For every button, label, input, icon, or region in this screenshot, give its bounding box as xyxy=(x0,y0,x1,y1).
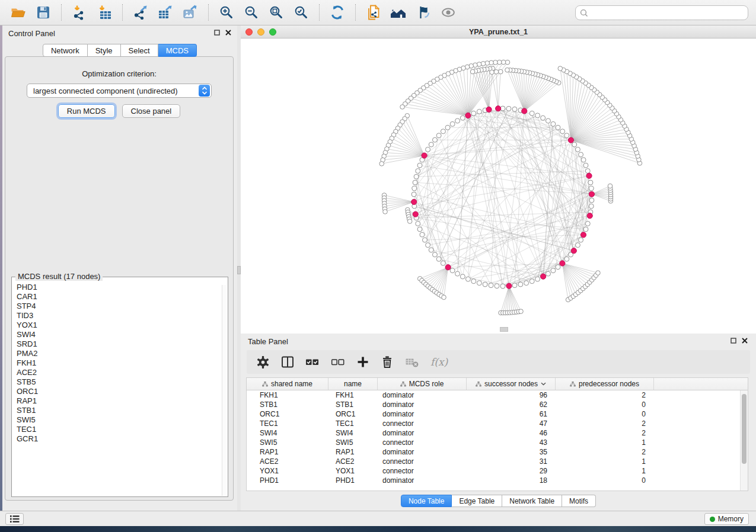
ring-node[interactable] xyxy=(551,268,556,273)
table-row[interactable]: SWI4SWI4dominator462 xyxy=(247,428,748,438)
zoom-fit-button[interactable] xyxy=(266,2,286,23)
ring-node[interactable] xyxy=(583,227,588,232)
ring-node[interactable] xyxy=(471,111,476,116)
ring-node[interactable] xyxy=(500,284,505,289)
mcds-hub-node[interactable] xyxy=(465,113,471,118)
float-window-icon[interactable] xyxy=(214,30,220,36)
satellite-node[interactable] xyxy=(558,66,563,71)
ring-node[interactable] xyxy=(564,257,569,261)
satellite-node[interactable] xyxy=(490,70,495,75)
table-row[interactable]: YOX1YOX1connector291 xyxy=(247,466,748,476)
satellite-node[interactable] xyxy=(608,184,613,188)
satellite-node[interactable] xyxy=(596,271,601,275)
ring-node[interactable] xyxy=(455,271,460,276)
ring-node[interactable] xyxy=(575,147,580,152)
home-pair-button[interactable] xyxy=(388,2,409,23)
tab-style[interactable]: Style xyxy=(88,44,121,57)
table-row[interactable]: TEC1TEC1connector472 xyxy=(247,419,748,428)
mcds-hub-node[interactable] xyxy=(560,261,565,266)
satellite-node[interactable] xyxy=(383,210,388,214)
satellite-node[interactable] xyxy=(519,309,524,314)
mcds-hub-node[interactable] xyxy=(445,265,451,270)
ring-node[interactable] xyxy=(489,283,493,288)
ring-node[interactable] xyxy=(450,268,455,273)
table-row[interactable]: RAP1RAP1dominator352 xyxy=(247,447,748,457)
select-all-button[interactable] xyxy=(305,355,320,368)
ring-node[interactable] xyxy=(589,198,594,203)
mcds-hub-node[interactable] xyxy=(506,283,512,289)
satellite-node[interactable] xyxy=(470,69,475,74)
export-network-button[interactable] xyxy=(130,2,151,23)
mcds-hub-node[interactable] xyxy=(540,274,546,279)
satellite-node[interactable] xyxy=(407,219,412,224)
mcds-result-item[interactable]: PHD1 xyxy=(17,283,228,292)
horizontal-splitter-handle[interactable] xyxy=(500,327,508,332)
mcds-result-item[interactable]: YOX1 xyxy=(17,321,228,330)
column-header-predecessor-nodes[interactable]: predecessor nodes xyxy=(556,378,654,390)
mcds-hub-node[interactable] xyxy=(413,211,418,217)
import-network-button[interactable] xyxy=(69,2,90,23)
mcds-result-item[interactable]: STB1 xyxy=(17,406,228,415)
satellite-node[interactable] xyxy=(442,295,446,300)
ring-node[interactable] xyxy=(535,277,540,281)
import-table-button[interactable] xyxy=(94,2,114,23)
mcds-hub-node[interactable] xyxy=(496,106,501,111)
ring-node[interactable] xyxy=(560,129,565,134)
mcds-result-item[interactable]: ACE2 xyxy=(17,368,228,377)
mcds-result-item[interactable]: SRD1 xyxy=(17,339,228,349)
mcds-hub-node[interactable] xyxy=(580,232,586,238)
table-row[interactable]: PHD1PHD1dominator180 xyxy=(247,476,748,485)
mcds-hub-node[interactable] xyxy=(422,153,427,158)
ring-node[interactable] xyxy=(524,281,529,286)
table-row[interactable]: ACE2ACE2connector311 xyxy=(247,457,748,466)
zoom-selected-button[interactable] xyxy=(291,2,311,23)
mcds-hub-node[interactable] xyxy=(568,137,573,143)
task-history-button[interactable] xyxy=(5,513,24,525)
ring-node[interactable] xyxy=(588,180,593,185)
tab-edge-table[interactable]: Edge Table xyxy=(452,495,502,507)
mcds-result-item[interactable]: ORC1 xyxy=(17,387,228,396)
ring-node[interactable] xyxy=(518,282,523,287)
satellite-node[interactable] xyxy=(400,105,405,110)
ring-node[interactable] xyxy=(412,192,416,197)
mcds-hub-node[interactable] xyxy=(412,199,417,204)
ring-node[interactable] xyxy=(512,283,517,288)
tab-select[interactable]: Select xyxy=(121,44,158,57)
satellite-node[interactable] xyxy=(505,68,510,72)
export-image-button[interactable] xyxy=(180,2,200,23)
open-file-button[interactable] xyxy=(8,2,28,23)
mcds-hub-node[interactable] xyxy=(589,191,594,197)
tab-motifs[interactable]: Motifs xyxy=(562,495,596,507)
ring-node[interactable] xyxy=(417,227,422,232)
close-icon[interactable] xyxy=(742,338,748,344)
refresh-button[interactable] xyxy=(327,2,347,23)
ring-node[interactable] xyxy=(445,125,450,130)
save-session-button[interactable] xyxy=(33,2,53,23)
network-graph[interactable] xyxy=(241,39,756,334)
ring-node[interactable] xyxy=(477,109,481,114)
ring-node[interactable] xyxy=(564,133,569,138)
ring-node[interactable] xyxy=(589,204,594,209)
ring-node[interactable] xyxy=(429,142,433,147)
eye-button[interactable] xyxy=(438,2,458,23)
network-window-titlebar[interactable]: YPA_prune.txt_1 xyxy=(241,25,756,39)
mcds-result-list[interactable]: PHD1CAR1STP4TID3YOX1SWI4SRD1PMA2FKH1ACE2… xyxy=(12,277,228,444)
ring-node[interactable] xyxy=(572,142,577,147)
ring-node[interactable] xyxy=(460,274,465,279)
mcds-result-item[interactable]: SWI5 xyxy=(17,415,228,425)
ring-node[interactable] xyxy=(413,180,417,185)
ring-node[interactable] xyxy=(556,125,560,130)
ring-node[interactable] xyxy=(432,252,437,257)
memory-button[interactable]: Memory xyxy=(704,513,749,525)
column-header-name[interactable]: name xyxy=(328,378,378,390)
float-window-icon[interactable] xyxy=(731,338,736,344)
ring-node[interactable] xyxy=(417,163,422,168)
ring-node[interactable] xyxy=(512,107,517,111)
scrollbar-thumb[interactable] xyxy=(742,394,747,464)
ring-node[interactable] xyxy=(432,137,437,142)
tab-mcds[interactable]: MCDS xyxy=(158,44,197,57)
search-input[interactable] xyxy=(591,8,748,17)
column-header-MCDS-role[interactable]: MCDS role xyxy=(378,378,467,390)
ring-node[interactable] xyxy=(541,116,546,120)
mcds-result-item[interactable]: TID3 xyxy=(17,311,228,321)
